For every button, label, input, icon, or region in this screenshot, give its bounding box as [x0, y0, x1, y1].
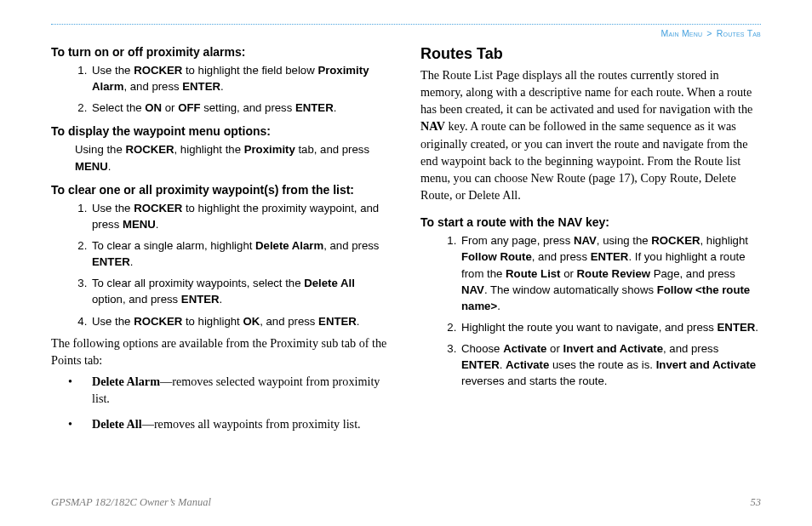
footer-page-number: 53	[751, 496, 762, 509]
list-item: To clear all proximity waypoints, select…	[90, 275, 392, 307]
list-item: Choose Activate or Invert and Activate, …	[460, 340, 761, 389]
section-title: Routes Tab	[420, 45, 761, 63]
list-item: • Delete All—removes all waypoints from …	[80, 416, 392, 433]
ordered-list: Use the ROCKER to highlight the proximit…	[90, 200, 392, 329]
list-item: To clear a single alarm, highlight Delet…	[90, 237, 392, 270]
manual-page: Main Menu > Routes Tab To turn on or off…	[0, 0, 812, 526]
section-head: To start a route with the NAV key:	[420, 215, 761, 229]
breadcrumb: Main Menu > Routes Tab	[51, 28, 761, 38]
section-head: To clear one or all proximity waypoint(s…	[51, 183, 392, 197]
list-item: Use the ROCKER to highlight the field be…	[90, 62, 392, 94]
indent-line: Using the ROCKER, highlight the Proximit…	[75, 141, 392, 174]
list-item: Highlight the route you want to navigate…	[460, 319, 761, 335]
footer-left: GPSMAP 182/182C Owner’s Manual	[51, 496, 211, 509]
paragraph: The Route List Page displays all the rou…	[420, 66, 761, 203]
bullet-list: • Delete Alarm—removes selected waypoint…	[80, 374, 392, 433]
left-column: To turn on or off proximity alarms: Use …	[51, 45, 392, 442]
list-item: • Delete Alarm—removes selected waypoint…	[80, 374, 392, 408]
list-item: Use the ROCKER to highlight the proximit…	[90, 200, 392, 232]
top-rule	[51, 24, 761, 25]
section-head: To turn on or off proximity alarms:	[51, 45, 392, 59]
columns: To turn on or off proximity alarms: Use …	[51, 45, 761, 442]
ordered-list: From any page, press NAV, using the ROCK…	[460, 232, 761, 389]
list-item: Select the ON or OFF setting, and press …	[90, 100, 392, 116]
list-item: From any page, press NAV, using the ROCK…	[460, 232, 761, 314]
breadcrumb-right: Routes Tab	[717, 28, 761, 38]
right-column: Routes Tab The Route List Page displays …	[420, 45, 761, 442]
breadcrumb-left: Main Menu	[661, 28, 703, 38]
breadcrumb-sep: >	[706, 28, 712, 38]
section-head: To display the waypoint menu options:	[51, 124, 392, 138]
paragraph: The following options are available from…	[51, 334, 392, 369]
list-item: Use the ROCKER to highlight OK, and pres…	[90, 313, 392, 329]
ordered-list: Use the ROCKER to highlight the field be…	[90, 62, 392, 116]
page-footer: GPSMAP 182/182C Owner’s Manual 53	[51, 496, 761, 509]
